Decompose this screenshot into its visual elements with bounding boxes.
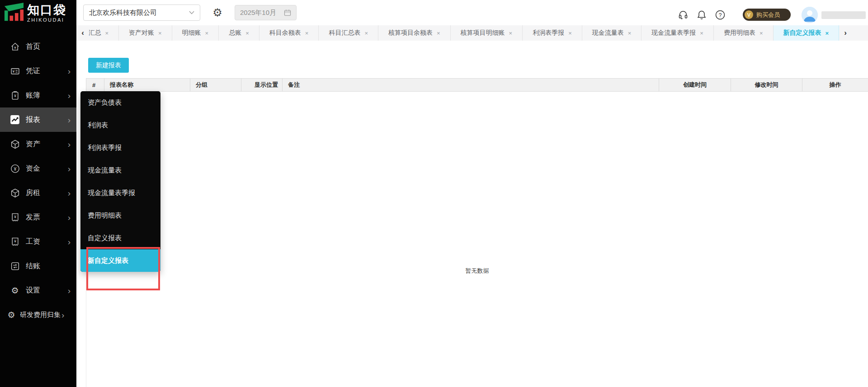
- svg-text:¥: ¥: [12, 69, 14, 73]
- ledger-icon: ¥: [10, 90, 20, 100]
- menu-item-expense-detail[interactable]: 费用明细表: [80, 204, 160, 227]
- tab-hesuanxiangmu-yue[interactable]: 核算项目余额表×: [378, 25, 451, 41]
- sidebar-item-payroll[interactable]: ¥ 工资 ›: [0, 229, 76, 254]
- menu-item-income-quarterly[interactable]: 利润表季报: [80, 136, 160, 159]
- tab-zichanduizhang[interactable]: 资产对账×: [119, 25, 172, 41]
- sidebar-nav: ¥ 首页 ¥ 凭证 ›: [0, 34, 76, 327]
- tab-xianjinliuliangbiao[interactable]: 现金流量表×: [582, 25, 642, 41]
- close-icon[interactable]: ×: [158, 30, 162, 37]
- close-icon[interactable]: ×: [364, 30, 368, 37]
- close-icon[interactable]: ×: [205, 30, 209, 37]
- tab-xianjinliuliang-jibao[interactable]: 现金流量表季报×: [642, 25, 714, 41]
- tab-scroll-left-icon[interactable]: ‹: [76, 25, 89, 41]
- chevron-right-icon: ›: [68, 140, 71, 149]
- help-question-icon[interactable]: ?: [715, 9, 726, 20]
- close-icon[interactable]: ×: [760, 30, 763, 37]
- sidebar-item-settings[interactable]: ⚙ 设置 ›: [0, 278, 76, 303]
- svg-text:¥: ¥: [14, 214, 16, 219]
- reports-submenu: 资产负债表 利润表 利润表季报 现金流量表 现金流量表季报 费用明细表 自定义报…: [80, 91, 160, 272]
- avatar[interactable]: [802, 7, 818, 23]
- rd-icon: ⚙: [6, 310, 16, 320]
- calendar-icon: [284, 9, 291, 16]
- menu-item-cash-flow[interactable]: 现金流量表: [80, 159, 160, 182]
- buy-membership-button[interactable]: V 购买会员: [743, 9, 791, 21]
- brand-logo[interactable]: 知口袋 ZHIKOUDAI: [0, 0, 76, 26]
- empty-state-text: 暂无数据: [86, 92, 868, 275]
- brand-logo-icon: [4, 2, 24, 24]
- menu-item-new-custom-report[interactable]: 新自定义报表: [80, 249, 160, 272]
- menu-item-custom-report[interactable]: 自定义报表: [80, 227, 160, 249]
- report-table-body: 暂无数据: [86, 92, 868, 387]
- close-icon[interactable]: ×: [628, 30, 632, 37]
- close-icon[interactable]: ×: [700, 30, 703, 37]
- svg-text:¥: ¥: [13, 166, 16, 171]
- funds-icon: ¥: [10, 163, 20, 173]
- col-created-time: 创建时间: [659, 79, 731, 91]
- col-group: 分组: [190, 79, 241, 91]
- close-icon[interactable]: ×: [305, 30, 309, 37]
- close-icon[interactable]: ×: [826, 30, 829, 37]
- tab-huizong[interactable]: 汇总×: [89, 25, 119, 41]
- payroll-icon: ¥: [10, 237, 20, 247]
- sidebar: 知口袋 ZHIKOUDAI ¥ 首页 ¥: [0, 0, 76, 387]
- report-icon: [10, 115, 20, 125]
- tab-lirunbiao-jibao[interactable]: 利润表季报×: [523, 25, 582, 41]
- chevron-right-icon: ›: [68, 238, 71, 246]
- col-actions: 操作: [802, 79, 868, 91]
- sidebar-item-reports[interactable]: 报表 ›: [0, 107, 76, 132]
- sidebar-item-home[interactable]: ¥ 首页: [0, 34, 76, 59]
- tab-zongzhang[interactable]: 总账×: [219, 25, 259, 41]
- tab-kemuhuizongbiao[interactable]: 科目汇总表×: [319, 25, 378, 41]
- chevron-right-icon: ›: [68, 213, 71, 222]
- settings-icon: ⚙: [10, 285, 20, 295]
- support-headset-icon[interactable]: [678, 9, 689, 20]
- close-icon[interactable]: ×: [245, 30, 249, 37]
- sidebar-item-closing[interactable]: 结账: [0, 254, 76, 278]
- menu-item-cash-flow-quarterly[interactable]: 现金流量表季报: [80, 182, 160, 204]
- report-table-header: # 报表名称 分组 显示位置 备注 创建时间 修改时间 操作: [86, 78, 868, 92]
- svg-text:¥: ¥: [14, 46, 16, 50]
- tab-kemuyuebiao[interactable]: 科目余额表×: [259, 25, 319, 41]
- close-icon[interactable]: ×: [437, 30, 440, 37]
- report-tab-bar: ‹ 汇总× 资产对账× 明细账× 总账× 科目余额表× 科目汇总表× 核算项目余…: [76, 25, 868, 41]
- chevron-right-icon: ›: [68, 116, 71, 124]
- col-report-name: 报表名称: [104, 79, 190, 91]
- sidebar-item-ledger[interactable]: ¥ 账簿 ›: [0, 83, 76, 107]
- username-redacted[interactable]: [821, 11, 866, 19]
- home-icon: ¥: [10, 42, 20, 51]
- vip-badge: V: [745, 10, 753, 19]
- close-icon[interactable]: ×: [105, 30, 108, 37]
- period-picker[interactable]: 2025年10月: [235, 5, 297, 20]
- app-window: 知口袋 ZHIKOUDAI ¥ 首页 ¥: [0, 0, 868, 387]
- new-report-button[interactable]: 新建报表: [88, 58, 129, 73]
- tab-mingxizhang[interactable]: 明细账×: [172, 25, 219, 41]
- sidebar-item-assets[interactable]: 资产 ›: [0, 132, 76, 156]
- tab-xinzidingyibaobiao[interactable]: 新自定义报表×: [774, 25, 840, 41]
- tab-hesuanxiangmu-mingxi[interactable]: 核算项目明细账×: [451, 25, 523, 41]
- menu-item-balance-sheet[interactable]: 资产负债表: [80, 91, 160, 114]
- sidebar-item-funds[interactable]: ¥ 资金 ›: [0, 156, 76, 181]
- menu-item-income-statement[interactable]: 利润表: [80, 114, 160, 136]
- chevron-down-icon: [189, 11, 194, 14]
- chevron-right-icon: ›: [61, 311, 64, 319]
- sidebar-item-voucher[interactable]: ¥ 凭证 ›: [0, 59, 76, 83]
- svg-text:?: ?: [719, 12, 722, 19]
- col-remark: 备注: [283, 79, 659, 91]
- svg-text:¥: ¥: [14, 93, 16, 98]
- sidebar-item-rd-expense[interactable]: ⚙ 研发费用归集 ›: [0, 303, 76, 327]
- tab-scroll-right-icon[interactable]: ›: [839, 25, 852, 41]
- col-modified-time: 修改时间: [731, 79, 802, 91]
- chevron-right-icon: ›: [68, 286, 71, 295]
- close-icon[interactable]: ×: [568, 30, 572, 37]
- close-icon[interactable]: ×: [509, 30, 513, 37]
- notifications-bell-icon[interactable]: [696, 9, 707, 20]
- brand-name: 知口袋: [27, 4, 66, 16]
- company-select-value: 北京欢乐科技有限公司: [89, 9, 189, 17]
- company-select[interactable]: 北京欢乐科技有限公司: [83, 5, 200, 21]
- rent-icon: [10, 188, 20, 198]
- brand-name-latin: ZHIKOUDAI: [27, 17, 66, 23]
- sidebar-item-invoice[interactable]: ¥ 发票 ›: [0, 205, 76, 229]
- account-settings-gear-icon[interactable]: ⚙: [211, 6, 224, 19]
- tab-feiyongmingxibiao[interactable]: 费用明细表×: [714, 25, 774, 41]
- sidebar-item-rent[interactable]: 房租 ›: [0, 181, 76, 205]
